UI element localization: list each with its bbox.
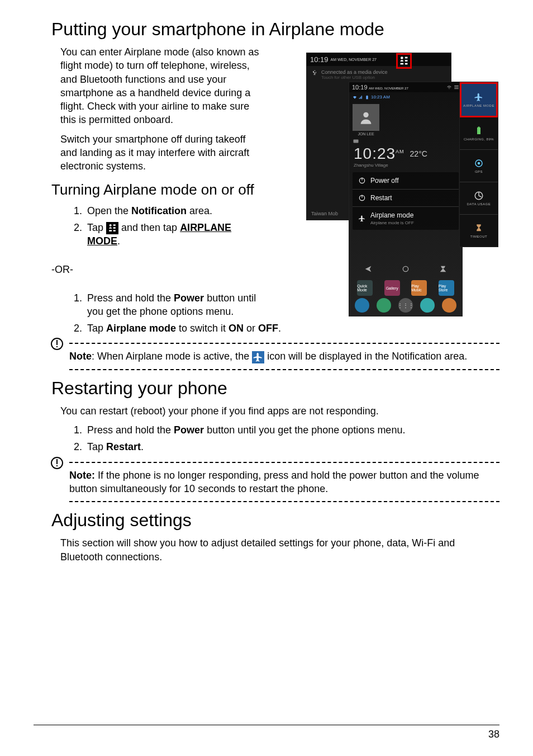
location-label: Zhangshu Village [349, 163, 462, 168]
svg-point-27 [403, 266, 408, 271]
airplane-mode-item[interactable]: Airplane mode Airplane mode is OFF [353, 207, 459, 230]
gps-icon [474, 158, 484, 168]
svg-rect-22 [354, 140, 359, 143]
airplane-icon [358, 215, 366, 223]
quick-settings-column: AIRPLANE MODE CHARGING, 89% GPS DATA USA… [459, 82, 498, 247]
airplane-alt-step-1: Press and hold the Power button until yo… [85, 291, 275, 319]
airplane-step-2: Tap and then tap AIRPLANE MODE. [85, 221, 264, 248]
svg-rect-17 [454, 87, 459, 88]
status-date: AM WED, NOVEMBER 27 [331, 58, 377, 62]
power-off-item[interactable]: Power off [353, 172, 459, 190]
svg-rect-26 [361, 195, 362, 198]
usb-icon [311, 69, 318, 76]
home-key-icon[interactable] [401, 264, 410, 273]
signal-icon [359, 95, 363, 100]
qs-airplane-tile[interactable]: AIRPLANE MODE [460, 82, 498, 117]
wifi-icon [353, 95, 357, 100]
app-dock-row2: ⋮⋮⋮ [349, 297, 462, 314]
airplane-icon [474, 92, 484, 102]
qs-data-tile[interactable]: DATA USAGE [460, 182, 498, 215]
heading-adjust: Adjusting settings [51, 510, 499, 531]
power-menu: Power off Restart Airplane mode Airplane… [353, 172, 459, 230]
power-icon [358, 177, 366, 185]
svg-rect-4 [109, 230, 112, 232]
svg-point-31 [478, 162, 480, 165]
battery-icon [474, 126, 484, 136]
qs-charging-tile[interactable]: CHARGING, 89% [460, 117, 498, 150]
avatar [353, 104, 379, 131]
timeout-icon [474, 223, 484, 233]
important-icon [50, 456, 64, 470]
restart-intro: You can restart (reboot) your phone if y… [60, 404, 499, 418]
airplane-intro-2: Switch your smartphone off during takeof… [60, 133, 261, 173]
dock-app-gallery[interactable]: Gallery [384, 280, 400, 296]
svg-rect-10 [56, 465, 58, 466]
heading-restart: Restarting your phone [51, 378, 499, 399]
dock-messages[interactable] [377, 298, 391, 313]
data-icon [474, 191, 484, 201]
app-dock-row1: Quick Mode Gallery Play Music Play Store [349, 279, 462, 297]
dock-app-playstore[interactable]: Play Store [439, 280, 454, 296]
airplane-note: Note: When Airplane mode is active, the … [53, 343, 499, 370]
weather-temp: 22°C [410, 149, 427, 158]
dock-phone[interactable] [355, 298, 369, 313]
svg-rect-28 [477, 127, 480, 134]
svg-rect-2 [113, 228, 116, 229]
alarm-time: 10:23 AM [371, 94, 390, 100]
svg-rect-7 [56, 346, 58, 347]
restart-step-2: Tap Restart. [85, 440, 499, 453]
svg-rect-1 [113, 225, 116, 226]
svg-rect-3 [113, 230, 116, 232]
composite-screenshot: 10:19 AM WED, NOVEMBER 27 Connected as a… [306, 53, 498, 316]
svg-rect-29 [478, 127, 480, 128]
usb-notification-title: Connected as a media device [321, 69, 388, 75]
dock-app-quickmode[interactable]: Quick Mode [357, 280, 373, 296]
dock-camera[interactable] [442, 298, 456, 313]
svg-rect-20 [367, 95, 367, 96]
page-number: 38 [488, 729, 499, 740]
svg-rect-18 [454, 88, 459, 89]
airplane-intro-1: You can enter Airplane mode (also known … [60, 45, 261, 127]
status-time: 10:19 [310, 55, 329, 64]
power-icon [358, 194, 366, 202]
user-name: JON LEE [353, 132, 379, 136]
dock-browser[interactable] [420, 298, 435, 313]
svg-rect-6 [56, 340, 58, 345]
svg-rect-19 [366, 96, 368, 99]
settings-icon [454, 84, 459, 90]
adjust-intro: This section will show you how to adjust… [60, 536, 499, 564]
heading-airplane: Putting your smartphone in Airplane mode [51, 19, 499, 40]
message-icon [353, 138, 359, 145]
important-icon [50, 337, 64, 351]
svg-rect-9 [56, 459, 58, 464]
dock-apps[interactable]: ⋮⋮⋮ [398, 298, 413, 313]
svg-rect-16 [454, 86, 459, 86]
restart-item[interactable]: Restart [353, 190, 459, 207]
svg-rect-24 [361, 178, 362, 181]
recent-key-icon[interactable] [439, 264, 448, 273]
wifi-icon [446, 84, 452, 90]
back-key-icon[interactable] [364, 264, 373, 273]
quick-settings-icon [106, 222, 118, 234]
qs-timeout-tile[interactable]: TIMEOUT [460, 215, 498, 247]
airplane-alt-step-2: Tap Airplane mode to switch it ON or OFF… [85, 322, 465, 335]
restart-steps: Press and hold the Power button until yo… [74, 423, 499, 454]
svg-point-21 [363, 112, 368, 117]
home-screen: 10:19 AM WED, NOVEMBER 27 10:23 AM [349, 82, 463, 316]
qs-gps-tile[interactable]: GPS [460, 150, 498, 182]
dock-app-playmusic[interactable]: Play Music [411, 280, 427, 296]
usb-notification-sub: Touch for other USB option [321, 75, 388, 80]
svg-point-0 [110, 224, 112, 226]
airplane-icon [252, 351, 264, 363]
airplane-step-1: Open the Notification area. [85, 204, 264, 218]
carrier-label: Taiwan Mob [311, 211, 338, 216]
restart-note: Note: If the phone is no longer respondi… [53, 462, 499, 503]
page-footer: 38 [34, 725, 499, 740]
softkeys [349, 261, 462, 277]
battery-icon [365, 95, 369, 100]
airplane-steps: Open the Notification area. Tap and then… [74, 204, 264, 248]
restart-step-1: Press and hold the Power button until yo… [85, 423, 499, 437]
